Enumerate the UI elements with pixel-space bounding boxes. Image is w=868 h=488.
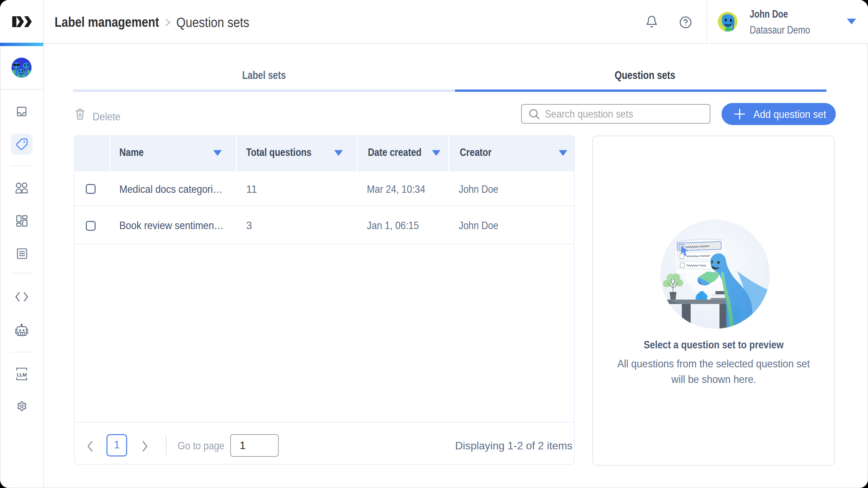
svg-text:LLM: LLM: [17, 372, 26, 378]
